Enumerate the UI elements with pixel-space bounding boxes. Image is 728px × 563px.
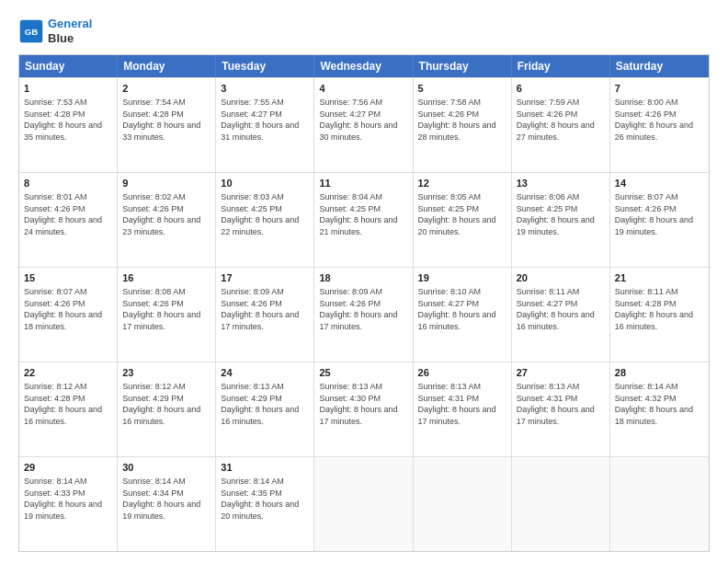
day-number: 25 bbox=[319, 366, 407, 380]
day-number: 31 bbox=[221, 461, 309, 475]
day-info: Sunrise: 7:54 AMSunset: 4:28 PMDaylight:… bbox=[122, 97, 210, 143]
day-cell-13: 13Sunrise: 8:06 AMSunset: 4:25 PMDayligh… bbox=[512, 173, 610, 267]
day-info: Sunrise: 7:58 AMSunset: 4:26 PMDaylight:… bbox=[418, 97, 506, 143]
day-info: Sunrise: 8:07 AMSunset: 4:26 PMDaylight:… bbox=[615, 191, 704, 237]
day-cell-18: 18Sunrise: 8:09 AMSunset: 4:26 PMDayligh… bbox=[314, 268, 413, 362]
day-info: Sunrise: 8:10 AMSunset: 4:27 PMDaylight:… bbox=[418, 286, 506, 332]
day-number: 20 bbox=[517, 271, 605, 285]
day-number: 19 bbox=[418, 271, 506, 285]
day-cell-23: 23Sunrise: 8:12 AMSunset: 4:29 PMDayligh… bbox=[118, 362, 216, 456]
week-row-2: 8Sunrise: 8:01 AMSunset: 4:26 PMDaylight… bbox=[19, 172, 709, 267]
day-number: 2 bbox=[122, 82, 210, 96]
day-header-tuesday: Tuesday bbox=[216, 55, 314, 77]
day-number: 14 bbox=[615, 177, 704, 190]
day-number: 15 bbox=[24, 271, 112, 285]
day-info: Sunrise: 8:03 AMSunset: 4:25 PMDaylight:… bbox=[221, 191, 309, 237]
day-info: Sunrise: 7:56 AMSunset: 4:27 PMDaylight:… bbox=[319, 97, 407, 143]
day-number: 6 bbox=[517, 82, 605, 96]
day-number: 24 bbox=[221, 366, 309, 380]
day-info: Sunrise: 8:11 AMSunset: 4:27 PMDaylight:… bbox=[517, 286, 605, 332]
day-number: 12 bbox=[418, 177, 506, 190]
day-header-saturday: Saturday bbox=[610, 55, 709, 77]
day-number: 1 bbox=[24, 82, 112, 96]
day-cell-10: 10Sunrise: 8:03 AMSunset: 4:25 PMDayligh… bbox=[216, 173, 314, 267]
day-info: Sunrise: 7:55 AMSunset: 4:27 PMDaylight:… bbox=[221, 97, 309, 143]
week-row-1: 1Sunrise: 7:53 AMSunset: 4:28 PMDaylight… bbox=[19, 77, 709, 172]
day-number: 21 bbox=[615, 271, 704, 285]
empty-cell bbox=[314, 457, 413, 551]
day-number: 16 bbox=[122, 271, 210, 285]
day-header-wednesday: Wednesday bbox=[314, 55, 413, 77]
day-info: Sunrise: 8:09 AMSunset: 4:26 PMDaylight:… bbox=[221, 286, 309, 332]
day-cell-9: 9Sunrise: 8:02 AMSunset: 4:26 PMDaylight… bbox=[118, 173, 216, 267]
logo-text: General Blue bbox=[48, 17, 92, 45]
empty-cell bbox=[610, 457, 709, 551]
day-number: 8 bbox=[24, 177, 112, 190]
day-info: Sunrise: 8:12 AMSunset: 4:29 PMDaylight:… bbox=[122, 381, 210, 427]
svg-text:GB: GB bbox=[25, 26, 38, 36]
day-number: 7 bbox=[615, 82, 704, 96]
calendar: SundayMondayTuesdayWednesdayThursdayFrid… bbox=[18, 54, 710, 552]
day-cell-26: 26Sunrise: 8:13 AMSunset: 4:31 PMDayligh… bbox=[414, 362, 512, 456]
day-cell-25: 25Sunrise: 8:13 AMSunset: 4:30 PMDayligh… bbox=[314, 362, 413, 456]
day-number: 23 bbox=[122, 366, 210, 380]
logo: GB General Blue bbox=[18, 17, 92, 45]
day-info: Sunrise: 8:13 AMSunset: 4:31 PMDaylight:… bbox=[418, 381, 506, 427]
day-info: Sunrise: 8:14 AMSunset: 4:34 PMDaylight:… bbox=[122, 476, 210, 522]
day-number: 22 bbox=[24, 366, 112, 380]
day-number: 11 bbox=[319, 177, 407, 190]
day-cell-2: 2Sunrise: 7:54 AMSunset: 4:28 PMDaylight… bbox=[118, 78, 216, 172]
day-cell-15: 15Sunrise: 8:07 AMSunset: 4:26 PMDayligh… bbox=[19, 268, 118, 362]
week-row-3: 15Sunrise: 8:07 AMSunset: 4:26 PMDayligh… bbox=[19, 267, 709, 362]
calendar-body: 1Sunrise: 7:53 AMSunset: 4:28 PMDaylight… bbox=[19, 77, 709, 551]
day-cell-22: 22Sunrise: 8:12 AMSunset: 4:28 PMDayligh… bbox=[19, 362, 118, 456]
day-cell-19: 19Sunrise: 8:10 AMSunset: 4:27 PMDayligh… bbox=[414, 268, 512, 362]
day-info: Sunrise: 8:13 AMSunset: 4:30 PMDaylight:… bbox=[319, 381, 407, 427]
day-info: Sunrise: 8:02 AMSunset: 4:26 PMDaylight:… bbox=[122, 191, 210, 237]
day-info: Sunrise: 8:05 AMSunset: 4:25 PMDaylight:… bbox=[418, 191, 506, 237]
day-info: Sunrise: 8:08 AMSunset: 4:26 PMDaylight:… bbox=[122, 286, 210, 332]
day-info: Sunrise: 8:06 AMSunset: 4:25 PMDaylight:… bbox=[517, 191, 605, 237]
day-cell-4: 4Sunrise: 7:56 AMSunset: 4:27 PMDaylight… bbox=[314, 78, 413, 172]
day-number: 13 bbox=[517, 177, 605, 190]
week-row-5: 29Sunrise: 8:14 AMSunset: 4:33 PMDayligh… bbox=[19, 456, 709, 551]
day-number: 30 bbox=[122, 461, 210, 475]
day-cell-29: 29Sunrise: 8:14 AMSunset: 4:33 PMDayligh… bbox=[19, 457, 118, 551]
day-number: 3 bbox=[221, 82, 309, 96]
day-number: 28 bbox=[615, 366, 704, 380]
day-info: Sunrise: 8:14 AMSunset: 4:33 PMDaylight:… bbox=[24, 476, 112, 522]
day-number: 29 bbox=[24, 461, 112, 475]
day-header-monday: Monday bbox=[118, 55, 216, 77]
day-number: 17 bbox=[221, 271, 309, 285]
day-info: Sunrise: 8:04 AMSunset: 4:25 PMDaylight:… bbox=[319, 191, 407, 237]
day-number: 27 bbox=[517, 366, 605, 380]
day-number: 18 bbox=[319, 271, 407, 285]
day-cell-20: 20Sunrise: 8:11 AMSunset: 4:27 PMDayligh… bbox=[512, 268, 610, 362]
day-info: Sunrise: 8:09 AMSunset: 4:26 PMDaylight:… bbox=[319, 286, 407, 332]
calendar-header: SundayMondayTuesdayWednesdayThursdayFrid… bbox=[19, 55, 709, 77]
page: GB General Blue SundayMondayTuesdayWedne… bbox=[0, 0, 728, 563]
day-info: Sunrise: 8:13 AMSunset: 4:31 PMDaylight:… bbox=[517, 381, 605, 427]
day-cell-28: 28Sunrise: 8:14 AMSunset: 4:32 PMDayligh… bbox=[610, 362, 709, 456]
day-info: Sunrise: 8:14 AMSunset: 4:32 PMDaylight:… bbox=[615, 381, 704, 427]
logo-icon: GB bbox=[18, 18, 44, 44]
day-info: Sunrise: 7:59 AMSunset: 4:26 PMDaylight:… bbox=[517, 97, 605, 143]
day-info: Sunrise: 8:07 AMSunset: 4:26 PMDaylight:… bbox=[24, 286, 112, 332]
day-cell-24: 24Sunrise: 8:13 AMSunset: 4:29 PMDayligh… bbox=[216, 362, 314, 456]
day-info: Sunrise: 7:53 AMSunset: 4:28 PMDaylight:… bbox=[24, 97, 112, 143]
day-cell-17: 17Sunrise: 8:09 AMSunset: 4:26 PMDayligh… bbox=[216, 268, 314, 362]
header: GB General Blue bbox=[18, 17, 710, 45]
day-cell-14: 14Sunrise: 8:07 AMSunset: 4:26 PMDayligh… bbox=[610, 173, 709, 267]
day-cell-3: 3Sunrise: 7:55 AMSunset: 4:27 PMDaylight… bbox=[216, 78, 314, 172]
day-header-thursday: Thursday bbox=[414, 55, 512, 77]
day-header-sunday: Sunday bbox=[19, 55, 118, 77]
day-info: Sunrise: 8:12 AMSunset: 4:28 PMDaylight:… bbox=[24, 381, 112, 427]
day-info: Sunrise: 8:13 AMSunset: 4:29 PMDaylight:… bbox=[221, 381, 309, 427]
day-number: 9 bbox=[122, 177, 210, 190]
empty-cell bbox=[512, 457, 610, 551]
day-info: Sunrise: 8:14 AMSunset: 4:35 PMDaylight:… bbox=[221, 476, 309, 522]
day-info: Sunrise: 8:11 AMSunset: 4:28 PMDaylight:… bbox=[615, 286, 704, 332]
day-cell-6: 6Sunrise: 7:59 AMSunset: 4:26 PMDaylight… bbox=[512, 78, 610, 172]
day-number: 26 bbox=[418, 366, 506, 380]
day-cell-11: 11Sunrise: 8:04 AMSunset: 4:25 PMDayligh… bbox=[314, 173, 413, 267]
